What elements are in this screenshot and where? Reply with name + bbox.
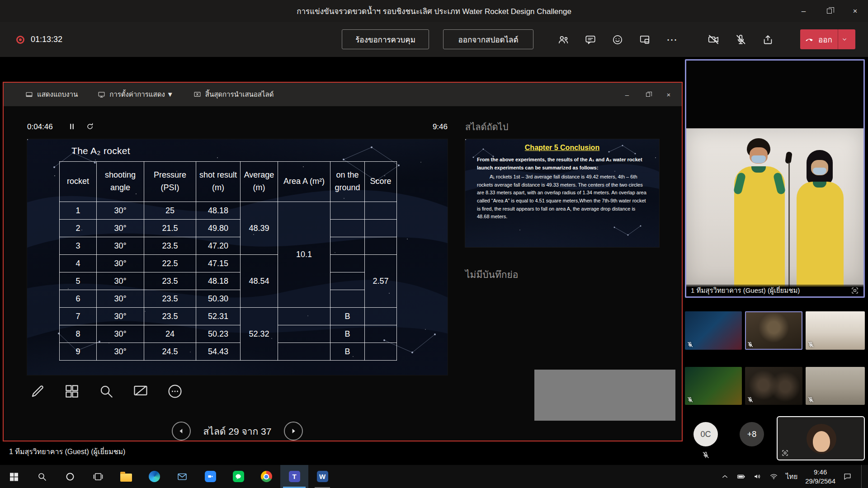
windows-logo-icon (9, 471, 19, 482)
table-cell: 25 (144, 202, 196, 220)
mic-off-icon (807, 396, 814, 403)
battery-icon[interactable] (737, 472, 745, 481)
mic-off-icon (687, 396, 693, 403)
reactions-icon[interactable] (611, 33, 624, 46)
close-button[interactable]: × (658, 83, 679, 106)
close-button[interactable]: × (842, 0, 868, 22)
minimize-button[interactable]: – (791, 0, 816, 22)
edge-button[interactable] (140, 465, 168, 488)
show-taskbar-button[interactable]: แสดงแถบงาน (25, 89, 78, 100)
restore-button[interactable] (637, 83, 658, 106)
table-cell: 48.39 (241, 202, 278, 255)
line-app-button[interactable] (224, 465, 252, 488)
teams-button[interactable]: T (280, 465, 308, 488)
network-icon[interactable] (769, 472, 778, 481)
display-settings-button[interactable]: การตั้งค่าการแสดง ▼ (98, 89, 174, 100)
participant-video-tile[interactable] (685, 311, 742, 350)
table-cell: 3 (60, 237, 97, 255)
camera-off-icon[interactable] (707, 33, 720, 46)
task-view-button[interactable] (84, 465, 112, 488)
next-slide-paragraph: From the above experiments, the results … (477, 156, 647, 172)
cortana-button[interactable] (56, 465, 84, 488)
video-call-app-button[interactable] (196, 465, 224, 488)
request-control-button[interactable]: ร้องขอการควบคุม (342, 29, 429, 49)
file-explorer-button[interactable] (112, 465, 140, 488)
start-button[interactable] (0, 465, 28, 488)
chevron-down-icon[interactable] (838, 36, 851, 43)
more-slideshow-options-icon[interactable] (165, 381, 185, 402)
spotlight-video-tile[interactable]: 1 ทีมสุรวิทยาคาร (Guest) (ผู้เยี่ยมชม) (685, 59, 865, 298)
clock[interactable]: 9:46 29/9/2564 (805, 468, 835, 485)
slideshow-elapsed-timer: 0:04:46 (27, 122, 53, 131)
leave-button[interactable]: ออก (800, 29, 855, 49)
participant-video-tile[interactable] (806, 367, 865, 405)
microphone-stand-prop (788, 163, 790, 286)
table-row: 430°22.547.1548.542.57 (60, 255, 397, 272)
self-video-tile[interactable] (777, 416, 865, 460)
more-options-icon[interactable]: ⋯ (665, 33, 678, 46)
table-row: 130°2548.1848.3910.1 (60, 202, 397, 220)
previous-slide-button[interactable] (172, 422, 191, 441)
restart-timer-button[interactable] (85, 122, 95, 131)
volume-icon[interactable] (753, 472, 762, 481)
all-slides-icon[interactable] (61, 381, 82, 402)
share-content-icon[interactable] (761, 33, 774, 46)
table-cell (330, 202, 365, 220)
chrome-button[interactable] (252, 465, 280, 488)
show-desktop-button[interactable] (861, 465, 863, 488)
teams-icon: T (289, 471, 300, 482)
taskbar-search-button[interactable] (28, 465, 56, 488)
chrome-icon (261, 471, 272, 482)
pause-button[interactable] (67, 122, 77, 131)
language-indicator[interactable]: ไทย (786, 471, 797, 482)
participant-video-tile[interactable] (745, 311, 802, 350)
zoom-slide-icon[interactable] (96, 381, 117, 402)
rocket-table-body: 130°2548.1848.3910.1230°21.549.80330°23.… (60, 202, 397, 361)
rocket-data-table: rocketshooting anglePressure (PSI)shot r… (59, 161, 397, 361)
end-slideshow-button[interactable]: สิ้นสุดการนำเสนอสไลด์ (193, 89, 274, 100)
presenter-window-controls: – × (617, 83, 679, 106)
column-header: rocket (60, 162, 97, 202)
display-settings-label: การตั้งค่าการแสดง ▼ (109, 89, 174, 100)
next-slide-paragraph: A₁ rockets 1st – 3rd average fall distan… (477, 173, 647, 221)
table-cell: 30° (97, 237, 144, 255)
participant-overflow-badge[interactable]: +8 (740, 422, 764, 446)
breakout-rooms-icon[interactable] (638, 33, 651, 46)
table-cell (330, 220, 365, 237)
person-figure (797, 150, 844, 286)
table-row: 930°24.554.43B (60, 343, 397, 361)
current-slide[interactable]: The A₂ rocket rocketshooting anglePressu… (27, 139, 448, 375)
participant-video-tile[interactable] (685, 367, 742, 405)
table-cell (365, 308, 397, 325)
video-filmstrip (685, 311, 865, 405)
slideshow-tools (27, 381, 185, 402)
table-cell: 52.32 (241, 308, 278, 361)
next-slide-button[interactable] (284, 422, 303, 441)
word-button[interactable]: W (308, 465, 336, 488)
participant-video-tile[interactable] (745, 367, 802, 405)
maximize-button[interactable] (816, 0, 842, 22)
mail-button[interactable] (168, 465, 196, 488)
participant-initials-badge[interactable]: 0C (693, 422, 718, 446)
pen-icon[interactable] (27, 381, 48, 402)
next-slide-preview[interactable]: Chapter 5 Conclusion From the above expe… (465, 139, 659, 247)
participants-icon[interactable] (557, 33, 570, 46)
time-label: 9:46 (814, 468, 827, 476)
action-center-icon[interactable] (843, 472, 852, 481)
more-glyph: ⋯ (666, 34, 677, 45)
black-screen-icon[interactable] (130, 381, 151, 402)
presenter-toolbar: แสดงแถบงาน การตั้งค่าการแสดง ▼ สิ้นสุดกา… (4, 83, 682, 106)
presenter-name-label: 1 ทีมสุรวิทยาคาร (Guest) (ผู้เยี่ยมชม) (9, 446, 125, 457)
minimize-button[interactable]: – (617, 83, 637, 106)
table-cell (330, 255, 365, 272)
device-controls (707, 22, 774, 57)
mic-off-icon[interactable] (734, 33, 747, 46)
exit-spotlight-button[interactable]: ออกจากสปอดไลต์ (443, 29, 533, 49)
fit-to-frame-icon[interactable] (851, 286, 859, 295)
participant-video-tile[interactable] (806, 311, 865, 350)
table-cell: B (330, 343, 365, 361)
chat-icon[interactable] (584, 33, 597, 46)
table-cell: 48.54 (241, 255, 278, 308)
fit-to-frame-icon[interactable] (781, 449, 789, 457)
tray-expand-icon[interactable] (721, 472, 729, 481)
